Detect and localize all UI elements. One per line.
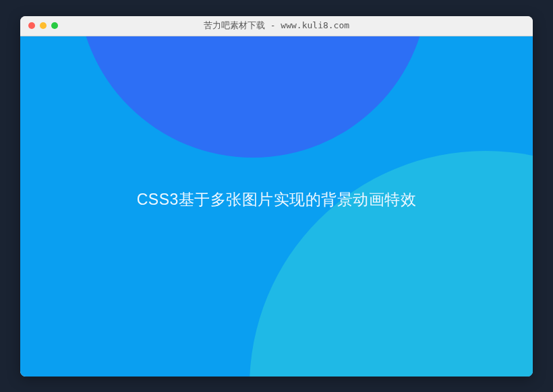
title-bar: 苦力吧素材下载 - www.kuli8.com	[20, 16, 533, 36]
browser-window: 苦力吧素材下载 - www.kuli8.com CSS3基于多张图片实现的背景动…	[20, 16, 533, 377]
maximize-icon[interactable]	[51, 22, 58, 29]
traffic-lights	[28, 22, 58, 29]
content-area: CSS3基于多张图片实现的背景动画特效	[20, 36, 533, 377]
close-icon[interactable]	[28, 22, 35, 29]
window-title: 苦力吧素材下载 - www.kuli8.com	[20, 20, 533, 32]
minimize-icon[interactable]	[40, 22, 47, 29]
background-circle-top	[78, 36, 428, 158]
background-circle-bottom	[250, 151, 533, 377]
headline-text: CSS3基于多张图片实现的背景动画特效	[137, 189, 417, 209]
